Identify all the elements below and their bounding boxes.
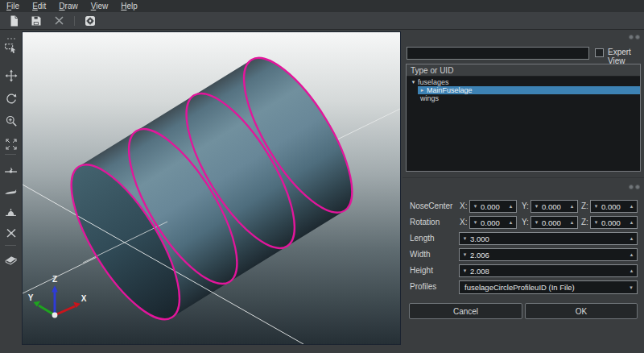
application-window: File Edit Draw View Help [0,0,644,353]
dock-close-button-2[interactable] [635,185,640,189]
x-axis-label: X [81,294,87,303]
menu-edit[interactable]: Edit [26,0,52,12]
spin-up-icon[interactable]: ▴ [626,251,637,258]
close-button[interactable] [50,13,68,29]
menu-view[interactable]: View [85,0,115,12]
top-view-button[interactable] [4,206,18,219]
rotation-z-value: 0.000 [601,218,626,227]
tree-item-mainfuselage[interactable]: ▸ MainFuselage [418,86,640,94]
rotation-row: Rotation X: ▾ 0.000 ▴ Y: ▾ 0.000 ▴ Z: ▾ … [402,216,644,229]
rotation-z-spinbox[interactable]: ▾ 0.000 ▴ [590,216,638,229]
nosecenter-y-spinbox[interactable]: ▾ 0.000 ▴ [530,200,578,213]
width-value: 2.006 [470,251,626,260]
spin-down-icon[interactable]: ▾ [460,268,470,274]
spin-up-icon[interactable]: ▴ [626,203,637,210]
spin-down-icon[interactable]: ▾ [470,219,481,226]
rotation-x-spinbox[interactable]: ▾ 0.000 ▴ [469,216,517,229]
fit-all-button[interactable] [4,137,18,151]
search-input[interactable] [407,47,589,60]
y-axis-field-label: Y: [522,218,529,226]
dock-float-button[interactable] [629,35,634,39]
front-view-button[interactable] [4,164,18,177]
tree-item-wings[interactable]: wings [407,94,640,102]
ok-button-label: OK [576,307,587,316]
rotate-icon [5,92,18,105]
inspector-panel: Expert View Type or UID ▾ fuselages ▸ Ma… [402,31,644,353]
width-spinbox[interactable]: ▾ 2.006 ▴ [459,248,638,261]
pan-arrows-icon [5,69,18,82]
rotation-y-spinbox[interactable]: ▾ 0.000 ▴ [530,216,578,229]
rotation-label: Rotation [410,218,440,226]
expert-view-checkbox[interactable] [595,48,604,57]
profiles-row: Profiles fuselageCircleProfileuID (In Fi… [402,280,644,293]
side-view-button[interactable] [4,185,18,198]
expanded-arrow-icon[interactable]: ▾ [409,78,418,86]
main-toolbar [0,12,644,30]
length-label: Length [410,234,435,243]
new-file-icon [9,15,19,27]
spin-up-icon[interactable]: ▴ [506,219,516,226]
menu-help[interactable]: Help [114,0,144,12]
viewport-frame: Z X Y [22,31,401,345]
tree-item-fuselages[interactable]: ▾ fuselages [407,78,640,86]
spin-down-icon[interactable]: ▾ [591,203,601,210]
spin-down-icon[interactable]: ▾ [591,219,601,226]
triad-origin-ball [52,313,58,318]
dropdown-arrow-icon[interactable]: ▾ [625,284,637,291]
nosecenter-x-spinbox[interactable]: ▾ 0.000 ▴ [469,200,517,213]
shaded-view-button[interactable] [4,252,18,266]
collapsed-arrow-icon[interactable]: ▸ [418,86,427,94]
spin-up-icon[interactable]: ▴ [626,235,637,242]
spin-down-icon[interactable]: ▾ [531,219,542,226]
spin-up-icon[interactable]: ▴ [567,219,577,226]
select-tool-button[interactable] [4,41,18,55]
spin-down-icon[interactable]: ▾ [470,203,481,210]
spin-down-icon[interactable]: ▾ [460,235,470,242]
dock-splitter[interactable] [402,177,644,178]
tool-separator-2 [5,245,16,246]
menu-file[interactable]: File [0,0,26,12]
select-cursor-icon [4,41,18,55]
pan-tool-button[interactable] [4,69,18,82]
z-axis-label: Z [52,275,57,284]
length-spinbox[interactable]: ▾ 3.000 ▴ [459,232,638,245]
nosecenter-row: NoseCenter X: ▾ 0.000 ▴ Y: ▾ 0.000 ▴ Z: … [402,200,644,213]
settings-gear-icon [85,15,96,27]
dock-float-button-2[interactable] [629,185,634,189]
menu-bar: File Edit Draw View Help [0,0,644,12]
new-file-button[interactable] [5,13,23,29]
spin-up-icon[interactable]: ▴ [626,268,637,274]
spin-down-icon[interactable]: ▾ [531,203,542,210]
airplane-cross-icon [5,226,18,239]
dock-close-button[interactable] [635,35,640,39]
save-button[interactable] [27,13,45,29]
tree-item-label: wings [420,94,439,102]
tree-dock-buttons [629,35,640,39]
x-axis-field-label: X: [460,218,467,226]
zoom-magnifier-icon [5,114,18,127]
ok-button[interactable]: OK [525,303,638,319]
width-row: Width ▾ 2.006 ▴ [402,248,644,261]
zoom-tool-button[interactable] [4,114,18,127]
spin-up-icon[interactable]: ▴ [626,219,637,226]
axo-view-button[interactable] [4,226,18,239]
nosecenter-x-value: 0.000 [481,202,506,211]
height-spinbox[interactable]: ▾ 2.008 ▴ [459,264,638,277]
profiles-dropdown[interactable]: fuselageCircleProfileuID (In File) ▾ [459,280,638,294]
x-axis-field-label: X: [460,201,467,210]
settings-button[interactable] [81,13,99,29]
nosecenter-z-spinbox[interactable]: ▾ 0.000 ▴ [590,200,638,213]
menu-draw[interactable]: Draw [52,0,84,12]
tree-item-label: MainFuselage [427,86,473,94]
spin-up-icon[interactable]: ▴ [567,203,577,210]
height-label: Height [410,266,433,275]
length-row: Length ▾ 3.000 ▴ [402,232,644,245]
viewport-3d[interactable]: Z X Y [23,32,400,344]
airplane-side-icon [4,185,18,198]
width-label: Width [410,250,431,259]
spin-up-icon[interactable]: ▴ [506,203,516,210]
close-icon [54,15,64,26]
rotate-view-button[interactable] [4,91,18,105]
spin-down-icon[interactable]: ▾ [460,251,470,258]
cancel-button[interactable]: Cancel [409,303,522,319]
